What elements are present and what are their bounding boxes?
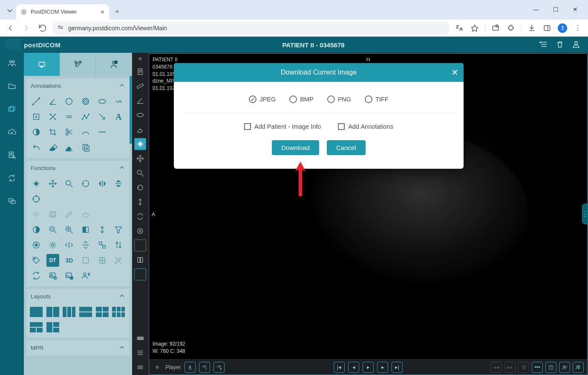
rail-angle-icon[interactable]	[134, 95, 146, 107]
url-field[interactable]: germany.postdicom.com/Viewer/Main	[52, 22, 450, 35]
player-speed-down-icon[interactable]: -	[199, 362, 210, 373]
func-brightness-dim-icon[interactable]	[30, 208, 43, 221]
section-header-layouts[interactable]: Layouts	[26, 289, 130, 304]
layout-1x1[interactable]	[30, 306, 43, 318]
right-drawer-handle[interactable]: ⋮	[582, 204, 588, 224]
radio-tiff[interactable]: TIFF	[365, 95, 389, 103]
player-panel-icon[interactable]: ◫	[545, 362, 556, 373]
new-tab-button[interactable]: ＋	[111, 5, 124, 18]
nav-upload-icon[interactable]	[5, 125, 19, 139]
tool-eraser-line-icon[interactable]	[63, 141, 75, 154]
radio-png[interactable]: PNG	[327, 95, 351, 103]
radio-bmp[interactable]: BMP	[289, 95, 313, 103]
func-3d-icon[interactable]: 3D	[63, 254, 75, 267]
player-speed-up-icon[interactable]: +	[213, 362, 225, 373]
tool-point-icon[interactable]	[30, 110, 43, 123]
func-half-icon[interactable]	[79, 223, 92, 236]
player-user-add-icon[interactable]	[559, 362, 570, 373]
site-settings-icon[interactable]	[57, 24, 64, 32]
rail-doc-icon[interactable]	[134, 66, 146, 78]
radio-jpeg[interactable]: JPEG	[249, 95, 276, 103]
func-image-plus-icon[interactable]	[46, 269, 59, 282]
player-last-icon[interactable]: ▸|	[392, 362, 403, 373]
func-bbox2-icon[interactable]	[96, 254, 109, 267]
func-funnel-icon[interactable]	[112, 223, 125, 236]
func-flip-h-icon[interactable]	[96, 177, 109, 190]
tool-wave-icon[interactable]	[96, 126, 109, 138]
func-flip-v-icon[interactable]	[112, 177, 125, 190]
rail-rotate-icon[interactable]	[134, 182, 146, 193]
modal-close-icon[interactable]: ✕	[451, 67, 458, 78]
checkbox-annotations[interactable]: Add Annotations	[338, 123, 393, 130]
layout-1x2[interactable]	[46, 306, 59, 318]
rail-scroll-v-icon[interactable]	[134, 196, 146, 208]
func-contrast-icon[interactable]	[30, 223, 43, 236]
section-header-mpr[interactable]: MPR	[26, 340, 130, 355]
tool-copy-settings-icon[interactable]	[79, 141, 92, 154]
rail-ruler-icon[interactable]	[134, 80, 146, 92]
close-window-button[interactable]: ✕	[566, 3, 585, 15]
player-prev-icon[interactable]: ◂	[348, 362, 359, 373]
chrome-menu-icon[interactable]: ⋮	[571, 21, 585, 35]
tool-freehand-icon[interactable]	[112, 95, 125, 108]
sidepanel-icon[interactable]	[540, 21, 554, 35]
rail-grid-3-icon[interactable]	[134, 332, 146, 344]
tool-undo-icon[interactable]	[30, 141, 43, 154]
player-users-icon[interactable]	[573, 362, 584, 373]
trash-icon[interactable]	[556, 40, 564, 50]
bookmark-icon[interactable]	[468, 21, 481, 35]
layout-2x1[interactable]	[79, 306, 92, 318]
player-grid-icon[interactable]: ⊞	[518, 362, 529, 373]
tool-curve-icon[interactable]	[79, 126, 92, 138]
panel-tab-info[interactable]: i	[96, 53, 132, 76]
nav-screens-icon[interactable]	[5, 194, 19, 208]
nav-images-icon[interactable]	[5, 102, 19, 116]
downloads-icon[interactable]	[525, 21, 539, 35]
layout-t-top[interactable]	[30, 321, 43, 334]
reload-button[interactable]	[36, 21, 49, 35]
rail-list-icon[interactable]	[134, 347, 146, 359]
tab-search-dropdown[interactable]	[3, 4, 16, 17]
func-target-icon[interactable]	[30, 193, 43, 205]
func-gear-icon[interactable]	[46, 239, 59, 251]
layout-1x3[interactable]	[63, 306, 75, 318]
browser-tab[interactable]: PostDICOM Viewer ✕	[16, 4, 109, 20]
layout-2x2[interactable]	[96, 306, 109, 318]
player-forward-icon[interactable]: ▸▸	[504, 362, 516, 373]
user-icon[interactable]	[572, 40, 580, 50]
collapse-rail-icon[interactable]: «	[134, 55, 146, 62]
download-button[interactable]: Download	[272, 140, 319, 155]
nav-search-doc-icon[interactable]	[5, 148, 19, 162]
player-rewind-icon[interactable]: ◂◂	[491, 362, 502, 373]
func-nopencil-icon[interactable]	[112, 254, 125, 267]
panel-tab-view[interactable]	[24, 53, 60, 76]
layout-2x3[interactable]	[112, 306, 125, 318]
func-stretch-v-icon[interactable]	[79, 239, 92, 251]
func-zoom-in-icon[interactable]	[63, 223, 75, 236]
section-header-functions[interactable]: Functions	[26, 161, 130, 176]
nav-patients-icon[interactable]	[5, 56, 19, 70]
back-button[interactable]	[3, 21, 17, 35]
nav-folder-icon[interactable]	[5, 79, 19, 93]
translate-icon[interactable]	[453, 21, 466, 35]
tool-line-icon[interactable]	[30, 95, 43, 108]
rail-move-icon[interactable]	[134, 153, 146, 164]
tool-angle-icon[interactable]	[46, 95, 59, 108]
func-image-lock-icon[interactable]	[63, 269, 75, 282]
extensions-icon[interactable]	[504, 21, 518, 35]
func-refresh-icon[interactable]	[30, 269, 43, 282]
install-icon[interactable]	[489, 21, 502, 35]
rail-flip-v-icon[interactable]	[134, 211, 146, 222]
player-menu-icon[interactable]: ≡	[153, 364, 162, 370]
player-download-icon[interactable]	[184, 362, 196, 373]
tool-parallel-icon[interactable]	[63, 110, 75, 123]
func-tag-icon[interactable]	[30, 254, 43, 267]
layout-t-left[interactable]	[46, 321, 59, 334]
nav-sync-icon[interactable]	[5, 171, 19, 185]
rail-split-v-icon[interactable]	[134, 254, 146, 266]
checkbox-patient-info[interactable]: Add Patient - Image Info	[244, 123, 321, 130]
rail-eraser-icon[interactable]	[134, 124, 146, 136]
rail-window2-icon[interactable]	[134, 268, 146, 280]
maximize-button[interactable]: ☐	[546, 3, 565, 15]
close-tab-icon[interactable]: ✕	[100, 9, 105, 15]
